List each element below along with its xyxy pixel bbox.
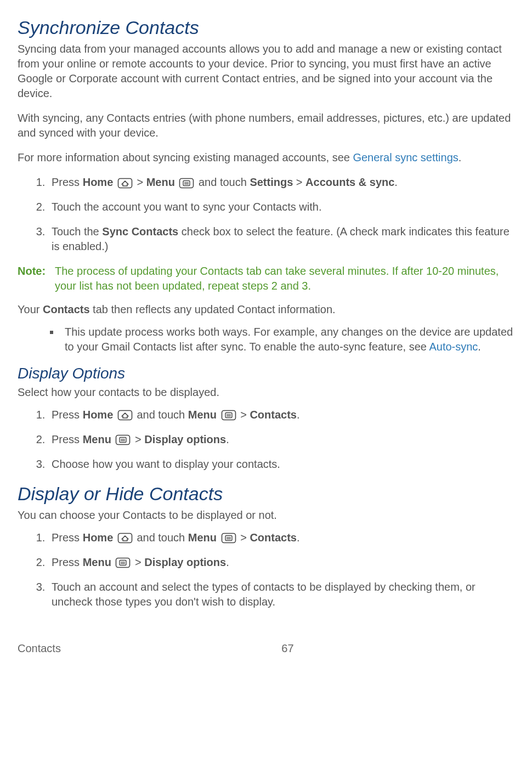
menu-icon	[221, 410, 236, 421]
text: Touch the	[52, 225, 102, 237]
note-label: Note:	[18, 264, 55, 293]
text: and touch	[134, 409, 188, 421]
label-settings: Settings	[250, 176, 293, 188]
display-options-step-1: Press Home and touch Menu > Contacts.	[48, 408, 514, 422]
label-home: Home	[83, 409, 114, 421]
text: .	[478, 341, 481, 353]
text: .	[297, 409, 300, 421]
text: Press	[52, 176, 83, 188]
display-hide-intro: You can choose your Contacts to be displ…	[18, 508, 514, 523]
text: .	[297, 531, 300, 544]
heading-display-options: Display Options	[18, 363, 514, 384]
menu-icon	[221, 533, 236, 544]
label-menu: Menu	[146, 176, 175, 188]
sync-paragraph-1: Syncing data from your managed accounts …	[18, 42, 514, 101]
display-hide-steps-list: Press Home and touch Menu > Contacts. Pr…	[18, 530, 514, 609]
display-hide-step-3: Touch an account and select the types of…	[48, 580, 514, 609]
text: Your	[18, 303, 43, 315]
label-menu: Menu	[188, 531, 217, 544]
heading-synchronize-contacts: Synchronize Contacts	[18, 15, 514, 41]
label-contacts: Contacts	[250, 531, 297, 544]
label-accounts-sync: Accounts & sync	[305, 176, 394, 188]
label-contacts: Contacts	[43, 303, 90, 315]
text: Press	[52, 409, 83, 421]
label-contacts: Contacts	[250, 409, 297, 421]
label-menu: Menu	[83, 433, 111, 445]
text: >	[237, 409, 250, 421]
sync-paragraph-2: With syncing, any Contacts entries (with…	[18, 111, 514, 140]
home-icon	[117, 410, 133, 421]
sync-step-3: Touch the Sync Contacts check box to sel…	[48, 224, 514, 254]
page-footer: Contacts 67	[18, 641, 514, 656]
sync-step-1: Press Home > Menu and touch Settings > A…	[48, 175, 514, 190]
text: Press	[52, 556, 83, 568]
sync-bullet-1: This update process works both ways. For…	[60, 325, 514, 354]
text: >	[237, 531, 250, 544]
text: and touch	[134, 531, 188, 544]
home-icon	[117, 533, 133, 544]
link-auto-sync[interactable]: Auto-sync	[429, 341, 478, 353]
menu-icon	[179, 178, 194, 189]
label-home: Home	[83, 176, 114, 188]
label-menu: Menu	[188, 409, 217, 421]
label-sync-contacts: Sync Contacts	[102, 225, 178, 237]
text: >	[132, 433, 144, 445]
footer-page-number: 67	[281, 641, 293, 656]
text: >	[134, 176, 146, 188]
text: .	[226, 433, 229, 445]
text: .	[394, 176, 398, 188]
label-home: Home	[83, 531, 114, 544]
display-hide-step-2: Press Menu > Display options.	[48, 555, 514, 570]
menu-icon	[115, 434, 131, 445]
display-options-intro: Select how your contacts to be displayed…	[18, 385, 514, 400]
label-display-options: Display options	[144, 433, 226, 445]
note-text: The process of updating your Contacts ta…	[55, 264, 514, 293]
text: tab then reflects any updated Contact in…	[90, 303, 336, 315]
text: Press	[52, 433, 83, 445]
display-options-step-3: Choose how you want to display your cont…	[48, 457, 514, 472]
display-hide-step-1: Press Home and touch Menu > Contacts.	[48, 530, 514, 545]
text: and touch	[195, 176, 250, 188]
sync-steps-list: Press Home > Menu and touch Settings > A…	[18, 175, 514, 254]
home-icon	[117, 178, 133, 189]
text: .	[459, 151, 462, 163]
display-options-step-2: Press Menu > Display options.	[48, 432, 514, 447]
text: Press	[52, 531, 83, 544]
heading-display-hide-contacts: Display or Hide Contacts	[18, 482, 514, 507]
sync-bullet-list: This update process works both ways. For…	[18, 325, 514, 354]
text: >	[293, 176, 305, 188]
menu-icon	[115, 557, 131, 568]
sync-after-paragraph: Your Contacts tab then reflects any upda…	[18, 302, 514, 317]
text: For more information about syncing exist…	[18, 151, 353, 163]
text: .	[226, 556, 229, 568]
footer-section-name: Contacts	[18, 641, 61, 656]
text: >	[132, 556, 144, 568]
sync-step-2: Touch the account you want to sync your …	[48, 200, 514, 214]
label-menu: Menu	[83, 556, 111, 568]
link-general-sync-settings[interactable]: General sync settings	[353, 151, 458, 163]
sync-paragraph-3: For more information about syncing exist…	[18, 150, 514, 165]
display-options-steps-list: Press Home and touch Menu > Contacts. Pr…	[18, 408, 514, 472]
sync-note: Note: The process of updating your Conta…	[18, 264, 514, 293]
label-display-options: Display options	[144, 556, 226, 568]
